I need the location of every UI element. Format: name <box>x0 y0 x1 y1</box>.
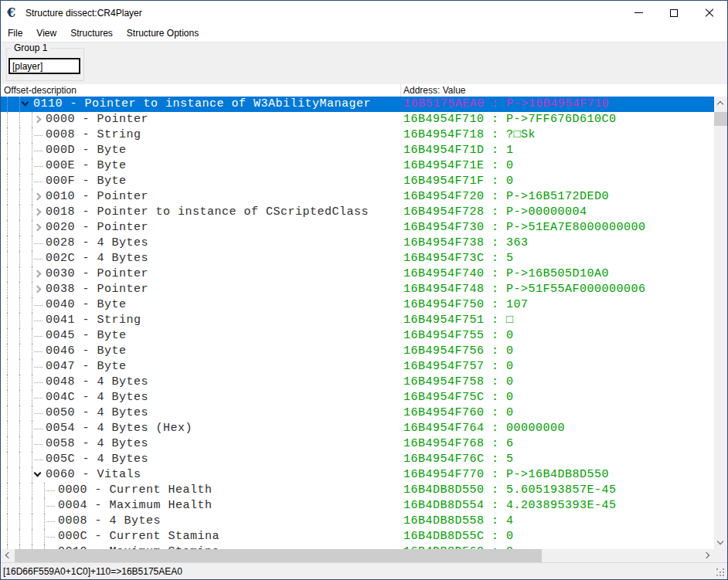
address-value-cell: 16B4954F71D : 1 <box>403 143 514 158</box>
tree-guide-line <box>7 313 8 328</box>
struct-row[interactable]: 0004 - Maximum Health16B4DB8D554 : 4.203… <box>1 498 714 514</box>
tree-guide-line <box>19 158 20 174</box>
struct-row[interactable]: 002C - 4 Bytes16B4954F73C : 5 <box>1 251 714 266</box>
chevron-right-icon[interactable] <box>34 270 42 278</box>
scroll-up-button[interactable] <box>714 97 727 110</box>
struct-row[interactable]: 0050 - 4 Bytes16B4954F760 : 0 <box>1 405 714 421</box>
struct-row[interactable]: 000C - Current Stamina16B4DB8D55C : 0 <box>1 529 714 544</box>
struct-row[interactable]: 0047 - Byte16B4954F757 : 0 <box>1 359 714 375</box>
struct-row[interactable]: 000E - Byte16B4954F71E : 0 <box>1 158 714 174</box>
cheat-engine-icon: € <box>7 5 21 20</box>
offset-description-cell: 000C - Current Stamina <box>58 529 219 544</box>
chevron-right-icon[interactable] <box>34 286 42 293</box>
chevron-down-icon[interactable] <box>22 99 29 107</box>
struct-row[interactable]: 0000 - Current Health16B4DB8D550 : 5.605… <box>1 483 714 498</box>
struct-row[interactable]: 0010 - Pointer16B4954F720 : P->16B5172DE… <box>1 189 714 205</box>
structure-dissect-window: € Structure dissect:CR4Player FileViewSt… <box>0 0 728 580</box>
chevron-up-icon <box>717 101 723 107</box>
struct-row[interactable]: 005C - 4 Bytes16B4954F76C : 5 <box>1 452 714 467</box>
tree-guide-line <box>7 251 8 266</box>
menu-item-view[interactable]: View <box>29 25 63 41</box>
address-value-cell: 16B4954F755 : 0 <box>403 328 514 344</box>
group1-box: Group 1 <box>6 48 84 81</box>
tree-guide-line <box>44 514 45 529</box>
window-title: Structure dissect:CR4Player <box>26 8 142 19</box>
struct-row[interactable]: 0046 - Byte16B4954F756 : 0 <box>1 344 714 359</box>
struct-row[interactable]: 0045 - Byte16B4954F755 : 0 <box>1 328 714 344</box>
vertical-scrollbar[interactable] <box>714 97 727 549</box>
struct-row[interactable]: 0020 - Pointer16B4954F730 : P->51EA7E800… <box>1 220 714 236</box>
tree-guide-line <box>32 266 32 282</box>
chevron-right-icon[interactable] <box>34 209 42 216</box>
tree-guide-line <box>32 112 32 127</box>
address-value-cell: 16B4954F758 : 0 <box>403 375 514 390</box>
tree-guide-line <box>7 127 8 143</box>
chevron-down-icon[interactable] <box>34 470 42 477</box>
menu-item-file[interactable]: File <box>1 25 29 41</box>
tree-guide-line <box>7 421 8 436</box>
struct-row[interactable]: 0058 - 4 Bytes16B4954F768 : 6 <box>1 436 714 452</box>
menu-item-structure-options[interactable]: Structure Options <box>120 25 206 41</box>
struct-row[interactable]: 000D - Byte16B4954F71D : 1 <box>1 143 714 158</box>
chevron-right-icon[interactable] <box>34 224 42 232</box>
minimize-button[interactable] <box>621 1 656 25</box>
offset-description-cell: 0028 - 4 Bytes <box>46 236 148 251</box>
struct-row[interactable]: 0038 - Pointer16B4954F748 : P->51F55AF00… <box>1 282 714 297</box>
struct-row[interactable]: 0060 - Vitals16B4954F770 : P->16B4DB8D55… <box>1 467 714 483</box>
struct-row[interactable]: 000F - Byte16B4954F71F : 0 <box>1 174 714 189</box>
tree-connector-line <box>46 490 55 491</box>
struct-row[interactable]: 0030 - Pointer16B4954F740 : P->16B505D10… <box>1 266 714 282</box>
offset-description-cell: 0010 - Pointer <box>46 189 148 205</box>
menu-item-structures[interactable]: Structures <box>63 25 120 41</box>
chevron-right-icon[interactable] <box>34 116 42 124</box>
struct-row[interactable]: 0028 - 4 Bytes16B4954F738 : 363 <box>1 236 714 251</box>
tree-connector-line <box>46 506 55 507</box>
tree-guide-line <box>19 127 20 143</box>
offset-description-cell: 0000 - Current Health <box>58 483 213 498</box>
chevron-right-icon[interactable] <box>34 193 42 201</box>
tree-guide-line <box>7 282 8 297</box>
tree-guide-line <box>7 514 8 529</box>
struct-row[interactable]: 0054 - 4 Bytes (Hex)16B4954F764 : 000000… <box>1 421 714 436</box>
tree-guide-line <box>32 421 32 436</box>
offset-description-cell: 000E - Byte <box>46 158 127 174</box>
tree-guide-line <box>32 174 32 189</box>
offset-description-cell: 0046 - Byte <box>46 344 127 359</box>
vertical-scroll-thumb[interactable] <box>714 112 727 126</box>
tree-connector-line <box>34 181 43 182</box>
tree-guide-line <box>32 529 32 544</box>
horizontal-scrollbar[interactable] <box>1 549 714 562</box>
tree-connector-line <box>34 351 43 352</box>
offset-description-cell: 0110 - Pointer to instance of W3AbilityM… <box>33 97 371 112</box>
tree-guide-line <box>44 483 45 498</box>
offset-description-cell: 0000 - Pointer <box>46 112 148 127</box>
struct-row[interactable]: 0008 - String16B4954F718 : ?□Sk <box>1 127 714 143</box>
horizontal-scroll-thumb[interactable] <box>15 549 542 562</box>
tree-guide-line <box>19 189 20 205</box>
scroll-left-button[interactable] <box>1 549 14 562</box>
struct-row[interactable]: 0110 - Pointer to instance of W3AbilityM… <box>1 97 714 112</box>
struct-row[interactable]: 0018 - Pointer to instance of CScriptedC… <box>1 205 714 220</box>
scroll-down-button[interactable] <box>714 536 727 549</box>
tree-guide-line <box>19 251 20 266</box>
tree-guide-line <box>32 498 32 514</box>
close-button[interactable] <box>692 1 727 25</box>
address-value-cell: 16B4DB8D554 : 4.203895393E-45 <box>403 498 617 514</box>
player-address-input[interactable] <box>9 58 80 74</box>
struct-row[interactable]: 0048 - 4 Bytes16B4954F758 : 0 <box>1 375 714 390</box>
column-splitter[interactable] <box>400 84 401 97</box>
struct-row[interactable]: 0041 - String16B4954F751 : □ <box>1 313 714 328</box>
resize-grip[interactable] <box>716 568 726 578</box>
address-value-cell: 16B4954F71F : 0 <box>403 174 514 189</box>
struct-row[interactable]: 004C - 4 Bytes16B4954F75C : 0 <box>1 390 714 405</box>
struct-row[interactable]: 0040 - Byte16B4954F750 : 107 <box>1 297 714 313</box>
maximize-button[interactable] <box>656 1 692 25</box>
address-value-cell: 16B4954F748 : P->51F55AF000000006 <box>403 282 646 297</box>
tree-guide-line <box>19 266 20 282</box>
titlebar[interactable]: € Structure dissect:CR4Player <box>1 1 727 25</box>
tree-guide-line <box>7 467 8 483</box>
struct-row[interactable]: 0008 - 4 Bytes16B4DB8D558 : 4 <box>1 514 714 529</box>
address-value-cell: 16B5175AEA0 : P->16B4954F710 <box>403 97 609 112</box>
scroll-right-button[interactable] <box>701 549 714 562</box>
struct-row[interactable]: 0000 - Pointer16B4954F710 : P->7FF676D61… <box>1 112 714 127</box>
